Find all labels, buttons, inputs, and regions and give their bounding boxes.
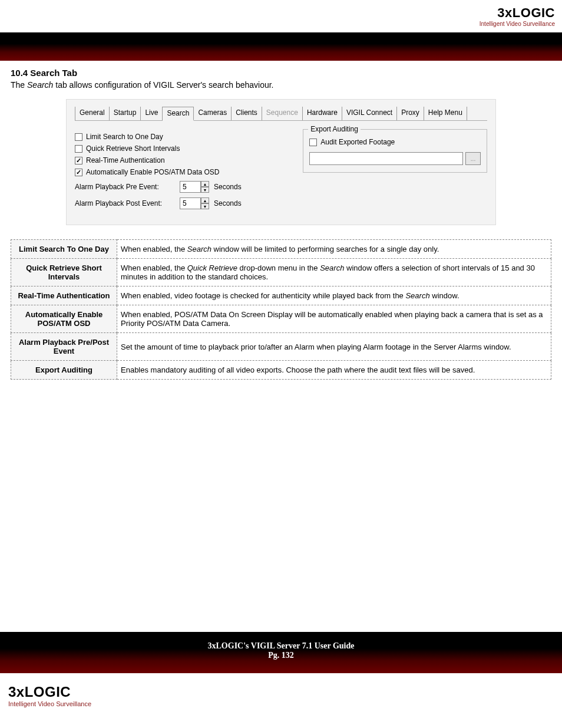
tab-hardware[interactable]: Hardware xyxy=(303,107,342,120)
checkbox-auto-pos-osd[interactable] xyxy=(75,169,82,176)
definition-term: Real-Time Authentication xyxy=(11,286,117,305)
table-row: Real-Time AuthenticationWhen enabled, vi… xyxy=(11,286,551,305)
row-audit-exported: Audit Exported Footage xyxy=(309,138,481,146)
label-limit-one-day: Limit Search to One Day xyxy=(86,133,163,141)
label-auto-pos-osd: Automatically Enable POS/ATM Data OSD xyxy=(86,168,220,176)
label-realtime-auth: Real-Time Authentication xyxy=(86,156,165,164)
tab-clients[interactable]: Clients xyxy=(232,107,262,120)
brand-logo-bottom: 3xLOGIC Intelligent Video Surveillance xyxy=(8,684,91,707)
row-realtime-auth: Real-Time Authentication xyxy=(75,156,291,164)
tab-startup[interactable]: Startup xyxy=(110,107,141,120)
header-gradient-bar xyxy=(0,32,562,61)
unit-alarm-post-event: Seconds xyxy=(214,199,242,207)
tab-general[interactable]: General xyxy=(75,107,110,120)
table-row: Alarm Playback Pre/Post EventSet the amo… xyxy=(11,333,551,361)
checkbox-limit-one-day[interactable] xyxy=(75,133,82,141)
input-alarm-post-event[interactable] xyxy=(180,197,201,209)
table-row: Export AuditingEnables mandatory auditin… xyxy=(11,361,551,380)
spinner-alarm-pre-event: ▲ ▼ xyxy=(180,181,209,193)
tab-search[interactable]: Search xyxy=(163,107,194,121)
spinner-down-icon[interactable]: ▼ xyxy=(201,203,209,209)
settings-right-column: Export Auditing Audit Exported Footage .… xyxy=(303,129,487,214)
brand-logo-top: 3xLOGIC Intelligent Video Surveillance xyxy=(480,5,555,27)
label-audit-exported: Audit Exported Footage xyxy=(320,138,395,146)
settings-left-column: Limit Search to One Day Quick Retrieve S… xyxy=(75,129,291,214)
table-row: Quick Retrieve Short IntervalsWhen enabl… xyxy=(11,259,551,286)
label-quick-retrieve: Quick Retrieve Short Intervals xyxy=(86,144,180,153)
spinner-up-icon[interactable]: ▲ xyxy=(201,197,209,203)
input-alarm-pre-event[interactable] xyxy=(180,181,201,193)
tab-cameras[interactable]: Cameras xyxy=(194,107,232,120)
definition-term: Alarm Playback Pre/Post Event xyxy=(11,333,117,361)
definition-desc: Set the amount of time to playback prior… xyxy=(117,333,551,361)
spinner-up-icon[interactable]: ▲ xyxy=(201,181,209,187)
definition-term: Export Auditing xyxy=(11,361,117,380)
definition-term: Automatically Enable POS/ATM OSD xyxy=(11,305,117,333)
unit-alarm-pre-event: Seconds xyxy=(214,183,242,191)
footer-title: 3xLOGIC's VIGIL Server 7.1 User Guide xyxy=(0,641,562,651)
tab-live[interactable]: Live xyxy=(141,107,163,120)
tab-vigil-connect[interactable]: VIGIL Connect xyxy=(342,107,397,120)
label-alarm-post-event: Alarm Playback Post Event: xyxy=(75,199,175,207)
legend-export-auditing: Export Auditing xyxy=(308,125,361,133)
section-description: The Search tab allows configuration of V… xyxy=(11,80,551,90)
settings-panel-body: Limit Search to One Day Quick Retrieve S… xyxy=(75,129,487,214)
brand-tagline: Intelligent Video Surveillance xyxy=(480,21,555,27)
tab-proxy[interactable]: Proxy xyxy=(397,107,424,120)
table-row: Limit Search To One DayWhen enabled, the… xyxy=(11,240,551,259)
browse-button[interactable]: ... xyxy=(465,152,481,165)
brand-name-bottom: 3xLOGIC xyxy=(8,684,91,700)
definition-desc: When enabled, the Search window will be … xyxy=(117,240,551,259)
page-content: 10.4 Search Tab The Search tab allows co… xyxy=(0,61,562,380)
brand-tagline-bottom: Intelligent Video Surveillance xyxy=(8,700,91,707)
checkbox-realtime-auth[interactable] xyxy=(75,157,82,164)
row-alarm-pre-event: Alarm Playback Pre Event: ▲ ▼ Seconds xyxy=(75,181,291,193)
row-alarm-post-event: Alarm Playback Post Event: ▲ ▼ Seconds xyxy=(75,197,291,209)
tab-strip: General Startup Live Search Cameras Clie… xyxy=(75,107,487,121)
checkbox-quick-retrieve[interactable] xyxy=(75,145,82,153)
page-header: 3xLOGIC Intelligent Video Surveillance xyxy=(0,0,562,32)
definition-desc: Enables mandatory auditing of all video … xyxy=(117,361,551,380)
definition-term: Quick Retrieve Short Intervals xyxy=(11,259,117,286)
tab-help-menu[interactable]: Help Menu xyxy=(424,107,467,120)
row-audit-path: ... xyxy=(309,152,481,165)
definition-desc: When enabled, the Quick Retrieve drop-do… xyxy=(117,259,551,286)
page-footer-bar: 3xLOGIC's VIGIL Server 7.1 User Guide Pg… xyxy=(0,632,562,673)
spinner-alarm-post-event: ▲ ▼ xyxy=(180,197,209,209)
brand-name: 3xLOGIC xyxy=(480,5,555,21)
settings-dialog-screenshot: General Startup Live Search Cameras Clie… xyxy=(66,99,496,225)
table-row: Automatically Enable POS/ATM OSDWhen ena… xyxy=(11,305,551,333)
input-audit-path[interactable] xyxy=(309,152,463,165)
spinner-down-icon[interactable]: ▼ xyxy=(201,187,209,193)
checkbox-audit-exported[interactable] xyxy=(309,139,317,146)
definition-desc: When enabled, video footage is checked f… xyxy=(117,286,551,305)
definitions-table: Limit Search To One DayWhen enabled, the… xyxy=(11,239,551,380)
definition-desc: When enabled, POS/ATM Data On Screen Dis… xyxy=(117,305,551,333)
tab-sequence: Sequence xyxy=(262,107,303,120)
row-auto-pos-osd: Automatically Enable POS/ATM Data OSD xyxy=(75,168,291,176)
label-alarm-pre-event: Alarm Playback Pre Event: xyxy=(75,183,175,191)
fieldset-export-auditing: Export Auditing Audit Exported Footage .… xyxy=(303,129,487,173)
row-quick-retrieve: Quick Retrieve Short Intervals xyxy=(75,144,291,153)
footer-page: Pg. 132 xyxy=(0,651,562,660)
definition-term: Limit Search To One Day xyxy=(11,240,117,259)
row-limit-one-day: Limit Search to One Day xyxy=(75,133,291,141)
section-title: 10.4 Search Tab xyxy=(11,68,551,78)
